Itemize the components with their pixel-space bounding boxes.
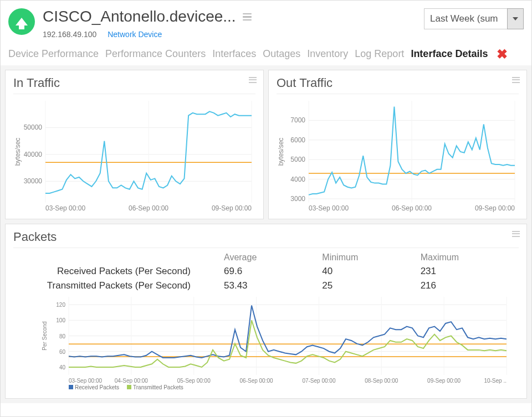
svg-text:40: 40: [59, 364, 66, 370]
device-type-link[interactable]: Network Device: [108, 30, 162, 39]
svg-text:06-Sep 00:00: 06-Sep 00:00: [240, 378, 273, 384]
svg-text:06-Sep 00:00: 06-Sep 00:00: [392, 204, 432, 212]
panel-title-in: In Traffic: [13, 76, 255, 90]
svg-text:120: 120: [56, 302, 65, 308]
panel-menu-icon[interactable]: [512, 77, 520, 83]
svg-text:06-Sep 00:00: 06-Sep 00:00: [129, 204, 168, 212]
svg-text:bytes/sec: bytes/sec: [277, 137, 285, 166]
panel-out-traffic: Out Traffic 3000400050006000700003-Sep 0…: [268, 70, 527, 219]
panel-title-packets: Packets: [13, 230, 519, 244]
svg-rect-63: [127, 385, 131, 389]
close-icon[interactable]: ✖: [497, 47, 508, 62]
tab-log-report[interactable]: Log Report: [355, 48, 404, 60]
row-received: Received Packets (Per Second) 69.6 40 23…: [13, 266, 519, 277]
tab-interface-details[interactable]: Interface Details: [411, 48, 488, 60]
panel-title-out: Out Traffic: [277, 76, 519, 90]
svg-text:100: 100: [56, 317, 65, 323]
svg-text:03-Sep 00:00: 03-Sep 00:00: [309, 204, 349, 212]
svg-text:07-Sep 00:00: 07-Sep 00:00: [302, 378, 335, 384]
svg-text:10-Sep ..: 10-Sep ..: [484, 378, 507, 384]
svg-text:80: 80: [59, 333, 66, 339]
tab-interfaces[interactable]: Interfaces: [212, 48, 256, 60]
svg-text:30000: 30000: [24, 177, 43, 185]
tab-device-performance[interactable]: Device Performance: [8, 48, 99, 60]
device-ip: 192.168.49.100: [43, 30, 96, 39]
svg-text:03-Sep 00:00: 03-Sep 00:00: [69, 378, 102, 384]
device-title: CISCO_Antonello.devicee...: [43, 8, 236, 25]
svg-text:09-Sep 00:00: 09-Sep 00:00: [427, 378, 461, 384]
chart-packets: 40608010012003-Sep 00:0004-Sep 00:0005-S…: [13, 295, 512, 392]
svg-text:50000: 50000: [24, 123, 43, 131]
svg-text:Received Packets: Received Packets: [75, 384, 119, 390]
panel-menu-icon[interactable]: [249, 77, 257, 83]
time-range-select[interactable]: [424, 8, 507, 29]
svg-rect-61: [69, 385, 73, 389]
svg-text:4000: 4000: [290, 175, 305, 183]
svg-text:09-Sep 00:00: 09-Sep 00:00: [475, 204, 515, 212]
time-range-dropdown-icon[interactable]: [507, 8, 524, 29]
svg-text:7000: 7000: [290, 116, 305, 124]
svg-text:05-Sep 00:00: 05-Sep 00:00: [177, 378, 211, 384]
svg-text:40000: 40000: [24, 151, 43, 158]
status-up-icon: [8, 8, 35, 35]
chart-out-traffic: 3000400050006000700003-Sep 00:0006-Sep 0…: [277, 99, 520, 215]
svg-text:3000: 3000: [290, 195, 305, 203]
tab-outages[interactable]: Outages: [263, 48, 300, 60]
svg-text:03-Sep 00:00: 03-Sep 00:00: [45, 204, 85, 212]
tab-bar: Device Performance Performance Counters …: [1, 39, 531, 65]
row-transmitted: Transmitted Packets (Per Second) 53.43 2…: [13, 280, 519, 291]
svg-text:04-Sep 00:00: 04-Sep 00:00: [115, 378, 148, 384]
svg-text:6000: 6000: [290, 136, 305, 144]
col-average: Average: [224, 253, 322, 262]
tab-performance-counters[interactable]: Performance Counters: [105, 48, 206, 60]
tab-inventory[interactable]: Inventory: [307, 48, 348, 60]
svg-text:5000: 5000: [290, 156, 305, 163]
svg-text:09-Sep 00:00: 09-Sep 00:00: [212, 204, 252, 212]
svg-text:Transmitted Packets: Transmitted Packets: [133, 384, 183, 390]
col-maximum: Maximum: [421, 253, 519, 262]
svg-text:bytes/sec: bytes/sec: [14, 137, 22, 166]
svg-text:Per Second: Per Second: [42, 321, 48, 350]
title-menu-icon[interactable]: [243, 13, 252, 21]
panel-menu-icon[interactable]: [512, 231, 520, 237]
svg-text:08-Sep 00:00: 08-Sep 00:00: [365, 378, 398, 384]
panel-in-traffic: In Traffic 30000400005000003-Sep 00:0006…: [5, 70, 264, 219]
col-minimum: Minimum: [322, 253, 420, 262]
panel-packets: Packets Average Minimum Maximum Received…: [5, 224, 527, 399]
svg-text:60: 60: [59, 348, 66, 354]
chart-in-traffic: 30000400005000003-Sep 00:0006-Sep 00:000…: [13, 99, 257, 215]
